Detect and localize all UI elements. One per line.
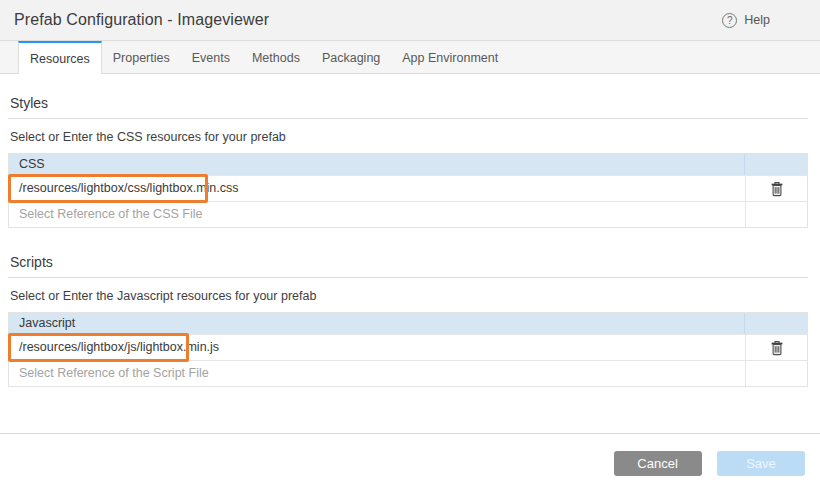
- table-row: Select Reference of the CSS File: [9, 201, 807, 227]
- trash-icon: [770, 181, 784, 197]
- resources-panel: Styles Select or Enter the CSS resources…: [0, 95, 820, 387]
- script-resources-table: Javascript /resources/lightbox/js/lightb…: [8, 312, 808, 387]
- delete-css-resource-button[interactable]: [768, 179, 786, 199]
- css-resources-table: CSS /resources/lightbox/css/lightbox.min…: [8, 153, 808, 228]
- page-title: Prefab Configuration - Imageviewer: [14, 11, 269, 29]
- tab-properties[interactable]: Properties: [102, 41, 181, 73]
- css-reference-placeholder-field[interactable]: Select Reference of the CSS File: [9, 202, 745, 227]
- tab-app-environment[interactable]: App Environment: [391, 41, 509, 73]
- title-bar: Prefab Configuration - Imageviewer ? Hel…: [0, 0, 820, 41]
- scripts-section-description: Select or Enter the Javascript resources…: [10, 289, 808, 303]
- css-table-header: CSS: [9, 154, 807, 175]
- tab-bar: Resources Properties Events Methods Pack…: [0, 41, 820, 74]
- cancel-button[interactable]: Cancel: [614, 451, 702, 476]
- help-button[interactable]: ? Help: [722, 13, 770, 28]
- script-row-actions: [745, 335, 807, 360]
- save-button[interactable]: Save: [717, 451, 805, 476]
- table-row: /resources/lightbox/css/lightbox.min.css: [9, 175, 807, 201]
- script-resource-value[interactable]: /resources/lightbox/js/lightbox.min.js: [9, 335, 745, 360]
- tab-events[interactable]: Events: [181, 41, 241, 73]
- css-placeholder-actions: [745, 202, 807, 227]
- help-label: Help: [744, 13, 770, 27]
- styles-section-description: Select or Enter the CSS resources for yo…: [10, 130, 808, 144]
- footer-action-bar: Cancel Save: [0, 433, 820, 491]
- help-circle-icon: ?: [722, 13, 737, 28]
- tab-packaging[interactable]: Packaging: [311, 41, 391, 73]
- scripts-section-heading: Scripts: [8, 254, 808, 278]
- tab-resources[interactable]: Resources: [18, 41, 102, 74]
- css-row-actions: [745, 176, 807, 201]
- css-resource-value[interactable]: /resources/lightbox/css/lightbox.min.css: [9, 176, 745, 201]
- script-placeholder-actions: [745, 361, 807, 386]
- table-row: /resources/lightbox/js/lightbox.min.js: [9, 334, 807, 360]
- script-reference-placeholder-field[interactable]: Select Reference of the Script File: [9, 361, 745, 386]
- script-table-header: Javascript: [9, 313, 807, 334]
- tab-methods[interactable]: Methods: [241, 41, 311, 73]
- trash-icon: [770, 340, 784, 356]
- delete-script-resource-button[interactable]: [768, 338, 786, 358]
- table-row: Select Reference of the Script File: [9, 360, 807, 386]
- styles-section-heading: Styles: [8, 95, 808, 119]
